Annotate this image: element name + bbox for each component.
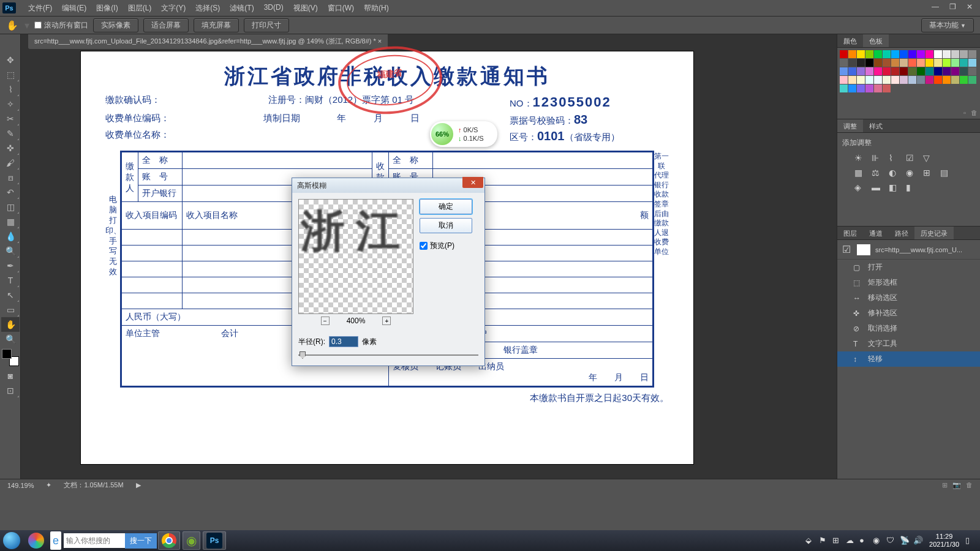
menu-item[interactable]: 帮助(H) — [359, 1, 394, 16]
workspace-switcher[interactable]: 基本功能 ▼ — [921, 18, 974, 32]
swatch[interactable] — [900, 50, 908, 58]
search-input[interactable] — [64, 536, 125, 545]
swatch[interactable] — [848, 59, 856, 67]
tray-icon[interactable]: ● — [859, 536, 869, 545]
swatch[interactable] — [917, 76, 925, 84]
eyedropper-tool[interactable]: ✎ — [1, 126, 20, 141]
menu-item[interactable]: 选择(S) — [190, 1, 225, 16]
history-tab[interactable]: 历史记录 — [914, 227, 954, 239]
swatch[interactable] — [865, 84, 873, 92]
swatch[interactable] — [848, 50, 856, 58]
swatch[interactable] — [951, 59, 959, 67]
swatch[interactable] — [883, 50, 891, 58]
swatch[interactable] — [857, 59, 865, 67]
radius-slider[interactable] — [298, 351, 478, 359]
history-snapshot[interactable]: ☑src=http___www.fjtj.com_U... — [837, 240, 980, 260]
channels-tab[interactable]: 通道 — [863, 227, 889, 239]
channel-mixer-icon[interactable]: ⊞ — [923, 168, 934, 178]
fit-screen-button[interactable]: 适合屏幕 — [143, 18, 189, 32]
bw-icon[interactable]: ◐ — [889, 168, 900, 178]
swatch[interactable] — [943, 67, 951, 75]
path-selection-tool[interactable]: ↖ — [1, 288, 20, 302]
swatch[interactable] — [900, 67, 908, 75]
swatch[interactable] — [908, 59, 916, 67]
swatch[interactable] — [925, 50, 933, 58]
taskbar-search[interactable]: 搜一下 — [64, 533, 157, 548]
tray-icon[interactable]: 🛡 — [886, 536, 896, 545]
healing-brush-tool[interactable]: ✜ — [1, 141, 20, 156]
taskbar-wechat[interactable]: ◉ — [183, 531, 200, 550]
swatch[interactable] — [968, 67, 976, 75]
document-tab[interactable]: src=http___www.fjtj.com_Upload_File_2013… — [28, 34, 388, 49]
swatch[interactable] — [951, 67, 959, 75]
swatch[interactable] — [951, 50, 959, 58]
delete-swatch-icon[interactable]: 🗑 — [971, 109, 978, 116]
swatch[interactable] — [865, 67, 873, 75]
swatch[interactable] — [865, 59, 873, 67]
tray-icon[interactable]: ◉ — [873, 536, 883, 545]
swatch[interactable] — [925, 76, 933, 84]
show-desktop[interactable]: ▯ — [965, 536, 975, 545]
history-item[interactable]: ↕轻移 — [837, 351, 980, 367]
swatch[interactable] — [943, 76, 951, 84]
zoom-in-button[interactable]: + — [382, 317, 391, 325]
swatch[interactable] — [960, 50, 968, 58]
paths-tab[interactable]: 路径 — [889, 227, 914, 239]
levels-icon[interactable]: ⊪ — [872, 153, 883, 163]
cancel-button[interactable]: 取消 — [420, 218, 472, 233]
magic-wand-tool[interactable]: ✧ — [1, 97, 20, 111]
swatch[interactable] — [968, 59, 976, 67]
taskbar-ie[interactable]: e — [50, 531, 61, 550]
gradient-tool[interactable]: ▦ — [1, 214, 20, 229]
scroll-all-windows-checkbox[interactable]: 滚动所有窗口 — [34, 20, 88, 31]
swatch[interactable] — [925, 67, 933, 75]
dialog-titlebar[interactable]: 高斯模糊✕ — [292, 178, 484, 193]
hand-tool[interactable]: ✋ — [1, 317, 20, 332]
marquee-tool[interactable]: ⬚ — [1, 67, 20, 82]
tray-icon[interactable]: ⬙ — [805, 536, 815, 545]
swatch[interactable] — [934, 76, 942, 84]
tray-volume-icon[interactable]: 🔊 — [913, 536, 923, 545]
swatch[interactable] — [865, 50, 873, 58]
history-item[interactable]: ✜修补选区 — [837, 305, 980, 321]
curves-icon[interactable]: ⌇ — [889, 153, 900, 163]
menu-item[interactable]: 文件(F) — [23, 1, 57, 16]
window-maximize[interactable]: ❐ — [944, 1, 960, 12]
swatch[interactable] — [934, 67, 942, 75]
zoom-out-button[interactable]: − — [321, 317, 330, 325]
swatch[interactable] — [917, 50, 925, 58]
menu-item[interactable]: 图层(L) — [123, 1, 157, 16]
swatch[interactable] — [925, 59, 933, 67]
window-minimize[interactable]: — — [927, 1, 943, 12]
swatch[interactable] — [857, 67, 865, 75]
lookup-icon[interactable]: ▤ — [940, 168, 951, 178]
ok-button[interactable]: 确定 — [420, 199, 472, 214]
window-close[interactable]: ✕ — [962, 1, 978, 12]
print-size-button[interactable]: 打印尺寸 — [244, 18, 289, 32]
tray-icon[interactable]: ⚑ — [819, 536, 829, 545]
swatch[interactable] — [908, 50, 916, 58]
brush-tool[interactable]: 🖌 — [1, 156, 20, 170]
exposure-icon[interactable]: ☑ — [906, 153, 917, 163]
history-item[interactable]: T文字工具 — [837, 336, 980, 351]
taskbar-app[interactable] — [24, 531, 48, 550]
swatch[interactable] — [874, 76, 882, 84]
swatch[interactable] — [840, 59, 848, 67]
threshold-icon[interactable]: ◧ — [889, 182, 900, 192]
swatch[interactable] — [917, 67, 925, 75]
swatch[interactable] — [943, 59, 951, 67]
tray-icon[interactable]: ⊞ — [832, 536, 842, 545]
swatch[interactable] — [891, 50, 899, 58]
swatch[interactable] — [891, 76, 899, 84]
status-trash-icon[interactable]: 🗑 — [966, 481, 973, 489]
taskbar-clock[interactable]: 11:292021/1/30 — [929, 533, 959, 549]
history-brush-tool[interactable]: ↶ — [1, 185, 20, 200]
swatch[interactable] — [840, 50, 848, 58]
swatch[interactable] — [874, 50, 882, 58]
swatch[interactable] — [934, 50, 942, 58]
swatch[interactable] — [900, 76, 908, 84]
search-button[interactable]: 搜一下 — [125, 533, 157, 549]
history-item[interactable]: ↔移动选区 — [837, 290, 980, 305]
invert-icon[interactable]: ◈ — [854, 182, 865, 192]
status-icon[interactable]: 📷 — [952, 481, 961, 489]
